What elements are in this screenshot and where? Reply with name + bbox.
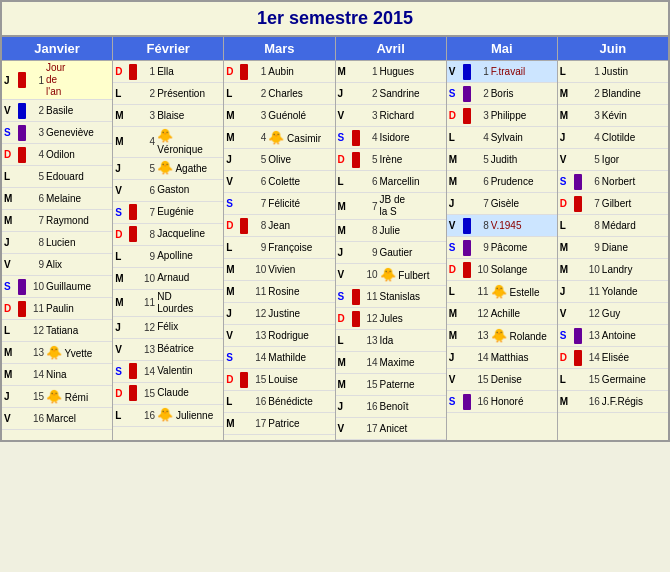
- day-indicator: [352, 198, 360, 214]
- day-name: Gilbert: [602, 198, 666, 210]
- day-number: 12: [250, 308, 266, 319]
- day-number: 16: [473, 396, 489, 407]
- day-letter: D: [226, 220, 240, 231]
- day-row: L5Edouard: [2, 166, 112, 188]
- day-letter: V: [560, 308, 574, 319]
- day-number: 10: [584, 264, 600, 275]
- day-row: L1Justin: [558, 61, 668, 83]
- day-number: 3: [250, 110, 266, 121]
- day-letter: S: [560, 330, 574, 341]
- day-indicator: [129, 160, 137, 176]
- day-name: Geneviève: [46, 127, 110, 139]
- day-name: Charles: [268, 88, 332, 100]
- day-row: M7Raymond: [2, 210, 112, 232]
- day-name: Marcel: [46, 413, 110, 425]
- day-row: V12Guy: [558, 303, 668, 325]
- day-letter: L: [560, 220, 574, 231]
- day-row: J4Clotilde: [558, 127, 668, 149]
- day-name: Valentin: [157, 365, 221, 377]
- day-row: J8Lucien: [2, 232, 112, 254]
- day-letter: D: [115, 388, 129, 399]
- day-letter: J: [115, 322, 129, 333]
- day-row: D12Jules: [336, 308, 446, 330]
- day-number: 10: [362, 269, 378, 280]
- day-number: 12: [28, 325, 44, 336]
- day-number: 4: [473, 132, 489, 143]
- day-letter: D: [226, 374, 240, 385]
- day-row: V6Gaston: [113, 180, 223, 202]
- day-letter: S: [226, 352, 240, 363]
- day-number: 9: [28, 259, 44, 270]
- day-indicator: [18, 279, 26, 295]
- day-name: Jacqueline: [157, 228, 221, 240]
- day-number: 4: [139, 136, 155, 147]
- day-number: 12: [139, 322, 155, 333]
- day-name: Jules: [380, 313, 444, 325]
- day-row: S14Valentin: [113, 361, 223, 383]
- day-indicator: [129, 248, 137, 264]
- day-letter: V: [449, 66, 463, 77]
- day-number: 8: [473, 220, 489, 231]
- day-indicator: [352, 311, 360, 327]
- day-letter: V: [226, 176, 240, 187]
- day-row: L2Charles: [224, 83, 334, 105]
- day-row: L16🐥 Julienne: [113, 405, 223, 427]
- day-number: 11: [584, 286, 600, 297]
- day-indicator: [574, 174, 582, 190]
- day-name: Denise: [491, 374, 555, 386]
- day-indicator: [18, 103, 26, 119]
- day-letter: M: [4, 369, 18, 380]
- day-indicator: [352, 174, 360, 190]
- day-letter: M: [338, 379, 352, 390]
- day-letter: J: [338, 88, 352, 99]
- day-row: D14Elisée: [558, 347, 668, 369]
- day-name: 🐥 Fulbert: [380, 267, 444, 283]
- day-emoji: 🐥: [157, 128, 173, 143]
- day-name: Hugues: [380, 66, 444, 78]
- day-letter: M: [560, 88, 574, 99]
- day-number: 14: [473, 352, 489, 363]
- day-indicator: [463, 350, 471, 366]
- day-number: 13: [584, 330, 600, 341]
- day-row: S16Honoré: [447, 391, 557, 413]
- day-number: 2: [139, 88, 155, 99]
- day-row: L2Présention: [113, 83, 223, 105]
- day-indicator: [574, 328, 582, 344]
- day-row: M5Judith: [447, 149, 557, 171]
- day-number: 9: [250, 242, 266, 253]
- day-letter: S: [449, 242, 463, 253]
- day-name: Sylvain: [491, 132, 555, 144]
- day-name: Maxime: [380, 357, 444, 369]
- day-letter: M: [226, 264, 240, 275]
- day-indicator: [129, 108, 137, 124]
- day-indicator: [574, 108, 582, 124]
- day-number: 16: [362, 401, 378, 412]
- day-name: Boris: [491, 88, 555, 100]
- day-row: M4🐥 Véronique: [113, 127, 223, 158]
- day-number: 9: [584, 242, 600, 253]
- day-number: 12: [473, 308, 489, 319]
- day-letter: M: [449, 154, 463, 165]
- day-letter: S: [115, 366, 129, 377]
- day-letter: M: [4, 193, 18, 204]
- day-name: Louise: [268, 374, 332, 386]
- day-row: D8Jacqueline: [113, 224, 223, 246]
- day-indicator: [18, 125, 26, 141]
- day-name: Norbert: [602, 176, 666, 188]
- day-indicator: [574, 306, 582, 322]
- day-indicator: [574, 152, 582, 168]
- day-name: Tatiana: [46, 325, 110, 337]
- day-emoji: 🐥: [268, 130, 284, 145]
- day-name: Clotilde: [602, 132, 666, 144]
- day-number: 3: [28, 127, 44, 138]
- day-letter: D: [449, 264, 463, 275]
- day-indicator: [463, 372, 471, 388]
- day-emoji: 🐥: [380, 267, 396, 282]
- day-number: 9: [473, 242, 489, 253]
- day-number: 13: [473, 330, 489, 341]
- day-number: 8: [362, 225, 378, 236]
- day-name: Pâcome: [491, 242, 555, 254]
- day-name: 🐥 Casimir: [268, 130, 332, 146]
- day-number: 7: [362, 201, 378, 212]
- day-number: 12: [362, 313, 378, 324]
